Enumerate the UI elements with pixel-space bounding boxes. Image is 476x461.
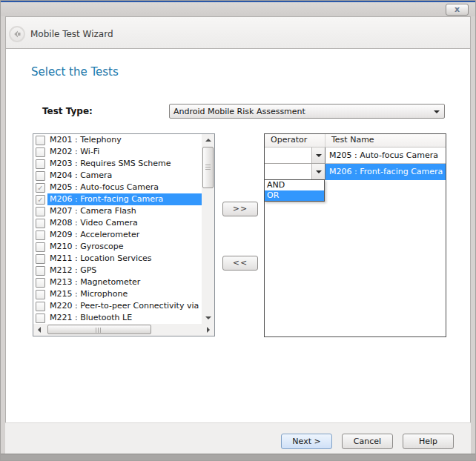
scroll-right-icon[interactable] bbox=[202, 324, 214, 336]
window-titlebar bbox=[0, 2, 476, 16]
checkbox-icon[interactable] bbox=[36, 230, 45, 240]
test-item-label: M215 : Microphone bbox=[47, 288, 202, 300]
test-list-item[interactable]: M208 : Video Camera bbox=[33, 217, 202, 229]
test-item-label: M213 : Magnetometer bbox=[47, 276, 202, 288]
test-type-label: Test Type: bbox=[42, 106, 93, 116]
test-list-item[interactable]: M204 : Camera bbox=[33, 170, 202, 182]
operator-options: ANDOR bbox=[264, 179, 325, 202]
selected-test-name: M206 : Front-facing Camera bbox=[325, 164, 446, 180]
chevron-down-icon[interactable] bbox=[311, 164, 325, 179]
test-item-label: M202 : Wi-Fi bbox=[47, 146, 202, 158]
test-type-value: Android Mobile Risk Assessment bbox=[173, 107, 305, 116]
test-item-label: M205 : Auto-focus Camera bbox=[47, 182, 202, 193]
vertical-scrollbar-thumb[interactable] bbox=[202, 147, 214, 188]
horizontal-scrollbar[interactable] bbox=[33, 324, 214, 336]
back-button[interactable] bbox=[9, 26, 25, 42]
test-list-item[interactable]: ✓M205 : Auto-focus Camera bbox=[33, 182, 202, 193]
page-title: Select the Tests bbox=[31, 65, 119, 79]
scroll-up-icon[interactable] bbox=[202, 134, 214, 146]
selected-test-row[interactable]: M205 : Auto-focus Camera bbox=[265, 147, 446, 164]
test-item-label: M212 : GPS bbox=[47, 265, 202, 276]
horizontal-scrollbar-thumb[interactable] bbox=[47, 325, 151, 334]
remove-tests-button[interactable]: << bbox=[222, 256, 258, 271]
test-list-item[interactable]: M209 : Accelerometer bbox=[33, 229, 202, 241]
operator-option[interactable]: OR bbox=[265, 190, 324, 201]
test-item-label: M209 : Accelerometer bbox=[47, 229, 202, 241]
checkbox-icon[interactable] bbox=[36, 290, 45, 299]
test-item-label: M203 : Requires SMS Scheme bbox=[47, 158, 202, 170]
available-tests-rows: M201 : TelephonyM202 : Wi-FiM203 : Requi… bbox=[33, 134, 202, 324]
test-item-label: M201 : Telephony bbox=[47, 134, 202, 146]
footer-bar bbox=[5, 422, 471, 454]
test-list-item[interactable]: M202 : Wi-Fi bbox=[33, 146, 202, 158]
add-tests-button[interactable]: >> bbox=[222, 202, 258, 216]
test-item-label: M221 : Bluetooth LE bbox=[47, 312, 202, 324]
cancel-button[interactable]: Cancel bbox=[342, 434, 393, 449]
operator-dropdown[interactable] bbox=[265, 164, 325, 180]
checkbox-checked-icon[interactable]: ✓ bbox=[36, 183, 45, 193]
test-item-label: M210 : Gyroscope bbox=[47, 241, 202, 253]
wizard-title: Mobile Test Wizard bbox=[30, 29, 113, 39]
scroll-left-icon[interactable] bbox=[33, 324, 45, 336]
test-list-item[interactable]: M203 : Requires SMS Scheme bbox=[33, 158, 202, 170]
next-button[interactable]: Next > bbox=[281, 434, 332, 449]
operator-dropdown[interactable] bbox=[265, 147, 325, 164]
selected-tests-rows: M205 : Auto-focus CameraM206 : Front-fac… bbox=[265, 147, 446, 180]
wizard-window: x Mobile Test Wizard Select the Tests Te… bbox=[0, 0, 476, 461]
test-list-item[interactable]: M201 : Telephony bbox=[33, 134, 202, 146]
scroll-down-icon[interactable] bbox=[202, 312, 214, 324]
checkbox-icon[interactable] bbox=[36, 219, 45, 228]
checkbox-icon[interactable] bbox=[36, 242, 45, 252]
test-list-item[interactable]: M220 : Peer-to-peer Connectivity via Blu… bbox=[33, 300, 202, 312]
test-list-item[interactable]: M212 : GPS bbox=[33, 265, 202, 276]
test-item-label: M207 : Camera Flash bbox=[47, 205, 202, 217]
back-arrow-icon bbox=[13, 30, 22, 39]
operator-column-header: Operator bbox=[265, 134, 325, 147]
vertical-scrollbar[interactable] bbox=[202, 134, 214, 324]
selected-tests-header: Operator Test Name bbox=[265, 134, 446, 147]
test-list-item[interactable]: ✓M206 : Front-facing Camera bbox=[33, 193, 202, 205]
test-item-label: M204 : Camera bbox=[47, 170, 202, 182]
test-item-label: M206 : Front-facing Camera bbox=[47, 193, 202, 205]
test-list-item[interactable]: M210 : Gyroscope bbox=[33, 241, 202, 253]
operator-option[interactable]: AND bbox=[265, 180, 324, 190]
window-bottom-edge bbox=[0, 454, 476, 461]
checkbox-icon[interactable] bbox=[36, 171, 45, 181]
checkbox-icon[interactable] bbox=[36, 254, 45, 264]
chevron-down-icon bbox=[434, 110, 440, 113]
test-item-label: M208 : Video Camera bbox=[47, 217, 202, 229]
test-list-item[interactable]: M221 : Bluetooth LE bbox=[33, 312, 202, 324]
checkbox-checked-icon[interactable]: ✓ bbox=[36, 195, 45, 205]
selected-test-name: M205 : Auto-focus Camera bbox=[325, 147, 446, 164]
test-list-item[interactable]: M213 : Magnetometer bbox=[33, 276, 202, 288]
test-name-column-header: Test Name bbox=[325, 134, 374, 147]
close-button[interactable]: x bbox=[446, 4, 469, 16]
checkbox-icon[interactable] bbox=[36, 266, 45, 276]
test-list-item[interactable]: M215 : Microphone bbox=[33, 288, 202, 300]
checkbox-icon[interactable] bbox=[36, 302, 45, 311]
help-button[interactable]: Help bbox=[403, 434, 454, 449]
test-list-item[interactable]: M207 : Camera Flash bbox=[33, 205, 202, 217]
checkbox-icon[interactable] bbox=[36, 159, 45, 169]
checkbox-icon[interactable] bbox=[36, 147, 45, 157]
test-item-label: M211 : Location Services bbox=[47, 253, 202, 265]
test-item-label: M220 : Peer-to-peer Connectivity via Blu… bbox=[47, 300, 202, 312]
checkbox-icon[interactable] bbox=[36, 314, 45, 323]
test-type-dropdown[interactable]: Android Mobile Risk Assessment bbox=[169, 104, 445, 119]
checkbox-icon[interactable] bbox=[36, 278, 45, 288]
selected-test-row[interactable]: M206 : Front-facing Camera bbox=[265, 164, 446, 180]
checkbox-icon[interactable] bbox=[36, 207, 45, 216]
checkbox-icon[interactable] bbox=[36, 136, 45, 145]
test-list-item[interactable]: M211 : Location Services bbox=[33, 253, 202, 265]
chevron-down-icon[interactable] bbox=[311, 147, 325, 163]
